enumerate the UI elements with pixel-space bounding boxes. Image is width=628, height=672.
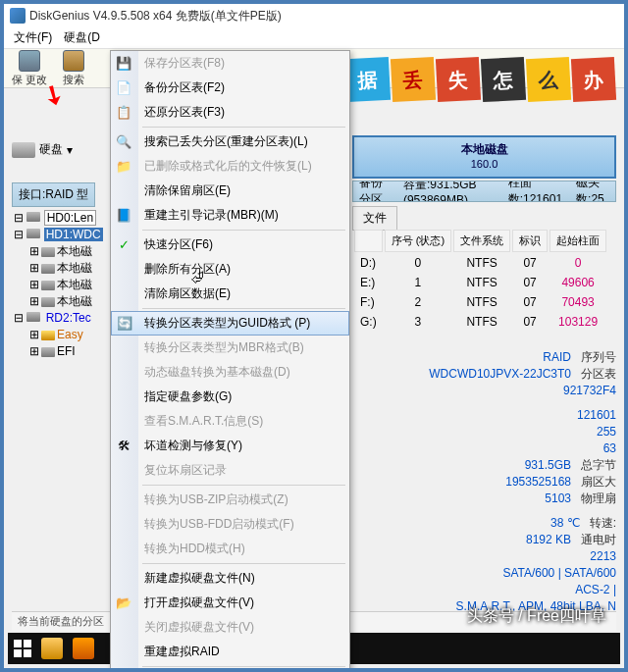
menu-clear-sector[interactable]: 清除扇区数据(E)	[111, 282, 349, 306]
app-icon	[10, 8, 26, 24]
disk-selector[interactable]: 硬盘 ▾	[12, 141, 73, 158]
toolbar-search[interactable]: 搜索	[59, 48, 88, 89]
menu-restore-pt[interactable]: 📋还原分区表(F3)	[111, 100, 349, 125]
menubar: 文件(F) 硬盘(D	[4, 27, 624, 49]
tree-hd1[interactable]: HD1:WDC	[44, 228, 103, 241]
menu-file[interactable]: 文件(F)	[8, 27, 58, 48]
menu-open-vdisk[interactable]: 📂打开虚拟硬盘文件(V)	[111, 591, 349, 615]
disk-map[interactable]: 本地磁盘 160.0	[352, 135, 616, 179]
menu-usb-zip[interactable]: 转换为USB-ZIP启动模式(Z)	[111, 488, 349, 512]
disk-info-bar: 备份分区 容量:931.5GB (953869MB) 柱面数:121601 磁头…	[352, 181, 616, 202]
menu-reset-bad[interactable]: 复位坏扇区记录	[111, 458, 349, 483]
menu-dyn-basic[interactable]: 动态磁盘转换为基本磁盘(D)	[111, 360, 349, 385]
menu-rebuild-raid[interactable]: 重建虚拟RAID	[111, 640, 349, 664]
task-app-icon[interactable]	[73, 638, 94, 659]
menu-clear-reserved[interactable]: 清除保留扇区(E)	[111, 179, 349, 203]
quick-icon: ✓	[116, 237, 131, 253]
table-row[interactable]: E:)1NTFS0749606	[354, 274, 606, 291]
mouse-cursor: ⮰	[190, 270, 204, 285]
search-lost-icon: 🔍	[116, 134, 131, 150]
menu-close-vdisk[interactable]: 关闭虚拟硬盘文件(V)	[111, 615, 349, 640]
menu-rebuild-mbr[interactable]: 📘重建主引导记录(MBR)(M)	[111, 203, 349, 228]
menu-recover[interactable]: 📁已删除或格式化后的文件恢复(L)	[111, 154, 349, 179]
menu-badsector[interactable]: 🛠坏道检测与修复(Y)	[111, 434, 349, 458]
start-button[interactable]	[14, 640, 31, 657]
search-icon	[63, 50, 84, 72]
tree-hd0[interactable]: HD0:Len	[44, 210, 96, 226]
convert-icon: 🔄	[117, 316, 132, 332]
table-row[interactable]: G:)3NTFS07103129	[354, 313, 606, 331]
menu-save-pt[interactable]: 💾保存分区表(F8)	[111, 51, 349, 76]
tools-icon: 🛠	[116, 439, 131, 454]
menu-disk[interactable]: 硬盘(D	[58, 27, 106, 48]
restore-icon: 📋	[116, 105, 131, 121]
menu-hdd-mode[interactable]: 转换为HDD模式(H)	[111, 537, 349, 561]
partition-table[interactable]: 序号 (状态) 文件系统 标识 起始柱面 D:)0NTFS070 E:)1NTF…	[352, 228, 608, 333]
table-row[interactable]: F:)2NTFS0770493	[354, 293, 606, 311]
menu-smart[interactable]: 查看S.M.A.R.T.信息(S)	[111, 409, 349, 434]
tree-rd2[interactable]: RD2:Tec	[44, 311, 93, 325]
recover-icon: 📁	[116, 159, 131, 175]
save-icon	[19, 50, 40, 72]
watermark: 头条号 / Free四叶草	[467, 606, 606, 627]
task-folder-icon[interactable]	[41, 638, 63, 659]
menu-to-guid[interactable]: 🔄转换分区表类型为GUID格式 (P)	[111, 311, 349, 336]
interface-label: 接口:RAID 型	[12, 182, 95, 207]
menu-delete-all[interactable]: 删除所有分区(A)	[111, 257, 349, 282]
window-title: DiskGenius V4.9.5.508 x64 免费版(单文件PE版)	[29, 8, 282, 25]
mbr-icon: 📘	[116, 208, 131, 224]
menu-quick-part[interactable]: ✓快速分区(F6)	[111, 233, 349, 257]
menu-backup-pt[interactable]: 📄备份分区表(F2)	[111, 76, 349, 100]
menu-set-params[interactable]: 指定硬盘参数(G)	[111, 385, 349, 409]
toolbar-save[interactable]: 保 更改	[8, 48, 51, 89]
context-menu: 💾保存分区表(F8) 📄备份分区表(F2) 📋还原分区表(F3) 🔍搜索已丢失分…	[110, 50, 350, 672]
backup-icon: 📄	[116, 80, 131, 96]
open-icon: 📂	[116, 595, 131, 611]
table-row[interactable]: D:)0NTFS070	[354, 254, 606, 272]
save-pt-icon: 💾	[116, 56, 131, 72]
menu-new-vdisk[interactable]: 新建虚拟硬盘文件(N)	[111, 566, 349, 591]
disk-properties: RAID序列号 WDCWD10JPVX-22JC3T0分区表 921732F4 …	[352, 349, 616, 615]
menu-to-mbr[interactable]: 转换分区表类型为MBR格式(B)	[111, 336, 349, 360]
chevron-down-icon: ▾	[67, 143, 73, 157]
disk-icon	[12, 142, 35, 158]
menu-search-lost[interactable]: 🔍搜索已丢失分区(重建分区表)(L)	[111, 129, 349, 154]
menu-usb-fdd[interactable]: 转换为USB-FDD启动模式(F)	[111, 512, 349, 537]
disk-tree[interactable]: ⊟ HD0:Len ⊟ HD1:WDC ⊞本地磁 ⊞本地磁 ⊞本地磁 ⊞本地磁 …	[14, 210, 112, 360]
